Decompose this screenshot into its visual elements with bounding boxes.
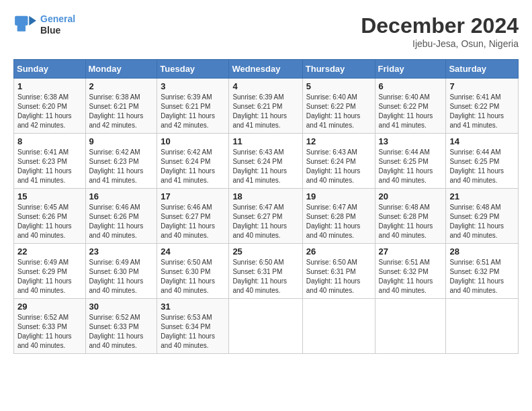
day-info: Sunrise: 6:50 AM Sunset: 6:31 PM Dayligh…	[306, 258, 371, 295]
day-number: 14	[449, 136, 515, 146]
calendar-cell: 28 Sunrise: 6:51 AM Sunset: 6:32 PM Dayl…	[446, 244, 519, 299]
day-number: 17	[161, 191, 225, 201]
day-number: 21	[449, 191, 515, 201]
day-number: 10	[161, 136, 225, 146]
day-info: Sunrise: 6:42 AM Sunset: 6:23 PM Dayligh…	[89, 148, 154, 185]
calendar-cell: 6 Sunrise: 6:40 AM Sunset: 6:22 PM Dayli…	[375, 79, 446, 134]
column-header-wednesday: Wednesday	[229, 60, 302, 79]
day-number: 18	[232, 191, 298, 201]
calendar-cell: 12 Sunrise: 6:43 AM Sunset: 6:24 PM Dayl…	[302, 134, 375, 189]
day-info: Sunrise: 6:52 AM Sunset: 6:33 PM Dayligh…	[89, 313, 154, 351]
day-number: 23	[89, 246, 154, 257]
logo: General Blue	[13, 13, 75, 36]
calendar-cell: 18 Sunrise: 6:47 AM Sunset: 6:27 PM Dayl…	[229, 189, 302, 244]
svg-marker-2	[29, 16, 36, 26]
day-info: Sunrise: 6:50 AM Sunset: 6:30 PM Dayligh…	[161, 258, 225, 295]
column-header-thursday: Thursday	[302, 60, 375, 79]
day-number: 30	[89, 302, 154, 312]
calendar-cell	[375, 299, 446, 354]
day-number: 15	[17, 191, 82, 201]
day-number: 29	[17, 302, 82, 312]
day-info: Sunrise: 6:39 AM Sunset: 6:21 PM Dayligh…	[161, 93, 225, 130]
logo-line1: General	[40, 13, 75, 24]
calendar-cell: 14 Sunrise: 6:44 AM Sunset: 6:25 PM Dayl…	[446, 134, 519, 189]
calendar-week-5: 29 Sunrise: 6:52 AM Sunset: 6:33 PM Dayl…	[14, 299, 519, 354]
column-header-tuesday: Tuesday	[157, 60, 229, 79]
day-info: Sunrise: 6:47 AM Sunset: 6:27 PM Dayligh…	[232, 203, 298, 240]
column-header-sunday: Sunday	[14, 60, 86, 79]
day-info: Sunrise: 6:46 AM Sunset: 6:27 PM Dayligh…	[161, 203, 225, 240]
day-info: Sunrise: 6:40 AM Sunset: 6:22 PM Dayligh…	[379, 93, 443, 130]
calendar-cell: 29 Sunrise: 6:52 AM Sunset: 6:33 PM Dayl…	[14, 299, 86, 354]
day-number: 9	[89, 136, 154, 146]
day-number: 20	[379, 191, 443, 201]
day-info: Sunrise: 6:49 AM Sunset: 6:29 PM Dayligh…	[17, 258, 82, 295]
calendar-cell: 24 Sunrise: 6:50 AM Sunset: 6:30 PM Dayl…	[157, 244, 229, 299]
day-info: Sunrise: 6:38 AM Sunset: 6:20 PM Dayligh…	[17, 93, 82, 130]
column-header-saturday: Saturday	[446, 60, 519, 79]
page-subtitle: Ijebu-Jesa, Osun, Nigeria	[361, 38, 519, 49]
column-header-friday: Friday	[375, 60, 446, 79]
day-info: Sunrise: 6:51 AM Sunset: 6:32 PM Dayligh…	[379, 258, 443, 295]
calendar-cell: 15 Sunrise: 6:45 AM Sunset: 6:26 PM Dayl…	[14, 189, 86, 244]
svg-rect-1	[17, 26, 26, 32]
day-info: Sunrise: 6:41 AM Sunset: 6:23 PM Dayligh…	[17, 148, 82, 185]
day-info: Sunrise: 6:47 AM Sunset: 6:28 PM Dayligh…	[306, 203, 371, 240]
day-number: 8	[17, 136, 82, 146]
day-info: Sunrise: 6:44 AM Sunset: 6:25 PM Dayligh…	[379, 148, 443, 185]
day-number: 4	[232, 81, 298, 91]
logo-icon	[13, 15, 38, 35]
calendar-cell: 20 Sunrise: 6:48 AM Sunset: 6:28 PM Dayl…	[375, 189, 446, 244]
day-number: 16	[89, 191, 154, 201]
day-info: Sunrise: 6:39 AM Sunset: 6:21 PM Dayligh…	[232, 93, 298, 130]
calendar-week-1: 1 Sunrise: 6:38 AM Sunset: 6:20 PM Dayli…	[14, 79, 519, 134]
calendar-header-row: SundayMondayTuesdayWednesdayThursdayFrid…	[14, 60, 519, 79]
day-number: 3	[161, 81, 225, 91]
page-title: December 2024	[361, 13, 519, 38]
column-header-monday: Monday	[85, 60, 157, 79]
day-info: Sunrise: 6:44 AM Sunset: 6:25 PM Dayligh…	[449, 148, 515, 185]
calendar-cell: 8 Sunrise: 6:41 AM Sunset: 6:23 PM Dayli…	[14, 134, 86, 189]
day-number: 1	[17, 81, 82, 91]
day-info: Sunrise: 6:50 AM Sunset: 6:31 PM Dayligh…	[232, 258, 298, 295]
day-number: 5	[306, 81, 371, 91]
calendar-cell	[446, 299, 519, 354]
day-number: 2	[89, 81, 154, 91]
day-number: 27	[379, 246, 443, 257]
calendar-week-2: 8 Sunrise: 6:41 AM Sunset: 6:23 PM Dayli…	[14, 134, 519, 189]
calendar-cell: 4 Sunrise: 6:39 AM Sunset: 6:21 PM Dayli…	[229, 79, 302, 134]
calendar-week-3: 15 Sunrise: 6:45 AM Sunset: 6:26 PM Dayl…	[14, 189, 519, 244]
calendar-cell: 3 Sunrise: 6:39 AM Sunset: 6:21 PM Dayli…	[157, 79, 229, 134]
calendar-cell: 25 Sunrise: 6:50 AM Sunset: 6:31 PM Dayl…	[229, 244, 302, 299]
calendar-cell: 1 Sunrise: 6:38 AM Sunset: 6:20 PM Dayli…	[14, 79, 86, 134]
day-number: 22	[17, 246, 82, 257]
calendar-cell: 2 Sunrise: 6:38 AM Sunset: 6:21 PM Dayli…	[85, 79, 157, 134]
calendar-cell: 19 Sunrise: 6:47 AM Sunset: 6:28 PM Dayl…	[302, 189, 375, 244]
calendar-cell: 16 Sunrise: 6:46 AM Sunset: 6:26 PM Dayl…	[85, 189, 157, 244]
day-info: Sunrise: 6:53 AM Sunset: 6:34 PM Dayligh…	[161, 313, 225, 351]
calendar-cell: 5 Sunrise: 6:40 AM Sunset: 6:22 PM Dayli…	[302, 79, 375, 134]
day-number: 25	[232, 246, 298, 257]
day-number: 6	[379, 81, 443, 91]
calendar-cell: 7 Sunrise: 6:41 AM Sunset: 6:22 PM Dayli…	[446, 79, 519, 134]
day-number: 26	[306, 246, 371, 257]
calendar-cell: 21 Sunrise: 6:48 AM Sunset: 6:29 PM Dayl…	[446, 189, 519, 244]
calendar-cell: 13 Sunrise: 6:44 AM Sunset: 6:25 PM Dayl…	[375, 134, 446, 189]
day-info: Sunrise: 6:40 AM Sunset: 6:22 PM Dayligh…	[306, 93, 371, 130]
day-info: Sunrise: 6:43 AM Sunset: 6:24 PM Dayligh…	[232, 148, 298, 185]
calendar-week-4: 22 Sunrise: 6:49 AM Sunset: 6:29 PM Dayl…	[14, 244, 519, 299]
day-info: Sunrise: 6:48 AM Sunset: 6:29 PM Dayligh…	[449, 203, 515, 240]
day-info: Sunrise: 6:45 AM Sunset: 6:26 PM Dayligh…	[17, 203, 82, 240]
calendar-cell	[229, 299, 302, 354]
calendar-cell: 30 Sunrise: 6:52 AM Sunset: 6:33 PM Dayl…	[85, 299, 157, 354]
day-number: 13	[379, 136, 443, 146]
day-info: Sunrise: 6:38 AM Sunset: 6:21 PM Dayligh…	[89, 93, 154, 130]
day-info: Sunrise: 6:46 AM Sunset: 6:26 PM Dayligh…	[89, 203, 154, 240]
calendar-cell: 9 Sunrise: 6:42 AM Sunset: 6:23 PM Dayli…	[85, 134, 157, 189]
calendar-cell	[302, 299, 375, 354]
calendar-cell: 23 Sunrise: 6:49 AM Sunset: 6:30 PM Dayl…	[85, 244, 157, 299]
calendar-cell: 31 Sunrise: 6:53 AM Sunset: 6:34 PM Dayl…	[157, 299, 229, 354]
title-block: December 2024 Ijebu-Jesa, Osun, Nigeria	[361, 13, 519, 49]
day-info: Sunrise: 6:48 AM Sunset: 6:28 PM Dayligh…	[379, 203, 443, 240]
day-info: Sunrise: 6:42 AM Sunset: 6:24 PM Dayligh…	[161, 148, 225, 185]
